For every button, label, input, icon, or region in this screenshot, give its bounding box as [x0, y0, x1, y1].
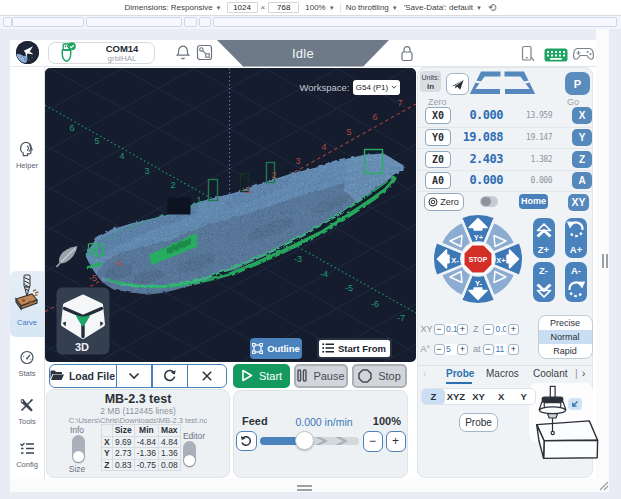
jog-a-minus-button[interactable]: A-: [565, 262, 587, 302]
a-speed-increase[interactable]: +: [508, 344, 519, 356]
feed-slider-thumb[interactable]: [295, 431, 314, 450]
tab-probe[interactable]: Probe: [446, 368, 474, 379]
a-step-increase[interactable]: +: [457, 344, 468, 356]
z-step-decrease[interactable]: −: [483, 324, 494, 336]
devtools-throttling-select[interactable]: No throttling ▼: [346, 3, 398, 12]
viewport-resize-handle-corner[interactable]: [598, 481, 610, 491]
zero-x-button[interactable]: X0: [425, 107, 451, 124]
devtools-zoom-value: 100%: [305, 3, 325, 12]
keyboard-shortcuts-icon[interactable]: [544, 48, 568, 62]
home-button[interactable]: Home: [519, 194, 548, 210]
outline-button[interactable]: Outline: [250, 338, 302, 359]
workspace-select[interactable]: G54 (P1): [353, 80, 400, 95]
go-a-button[interactable]: A: [572, 172, 592, 189]
viewport-resize-handle-bottom[interactable]: [297, 485, 312, 491]
reload-file-button[interactable]: [153, 365, 187, 388]
zero-a-button[interactable]: A0: [425, 172, 451, 189]
goto-button[interactable]: [446, 73, 469, 95]
jog-z-minus-button[interactable]: Z-: [533, 262, 555, 302]
remote-mode-phone-icon[interactable]: [520, 45, 535, 62]
jog-speed-normal[interactable]: Normal: [539, 330, 592, 345]
sidebar-item-config[interactable]: Config: [10, 441, 44, 469]
xy-step-increase[interactable]: +: [457, 324, 468, 336]
screen: Dimensions: Responsive ▼ 1024 × 768 100%…: [0, 0, 621, 499]
editor-toggle[interactable]: [183, 441, 196, 467]
jog-stop-button[interactable]: STOP: [463, 244, 492, 273]
notifications-bell-icon[interactable]: [176, 44, 190, 62]
jog-speed-rapid[interactable]: Rapid: [539, 344, 592, 358]
probe-axis-xyz[interactable]: XYZ: [445, 389, 468, 404]
start-from-button[interactable]: Start From: [317, 338, 392, 359]
jog-wheel[interactable]: Y+ Y- X- X+ STOP: [432, 213, 524, 305]
probe-axis-x[interactable]: X: [490, 389, 513, 404]
divider: [418, 191, 592, 192]
probe-axis-z[interactable]: Z: [422, 389, 445, 404]
app-logo[interactable]: [16, 41, 39, 64]
tab-macros[interactable]: Macros: [486, 368, 519, 379]
gamepad-icon[interactable]: [571, 46, 596, 62]
a-speed-decrease[interactable]: −: [483, 344, 494, 356]
sidebar-item-tools[interactable]: Tools: [10, 397, 44, 426]
go-z-button[interactable]: Z: [572, 151, 592, 168]
probe-axis-y[interactable]: Y: [512, 389, 535, 404]
feed-increase-button[interactable]: +: [386, 431, 406, 452]
feed-decrease-button[interactable]: −: [363, 431, 383, 452]
go-x-button[interactable]: X: [572, 107, 592, 124]
media-query-segment[interactable]: [3, 17, 12, 27]
workspace-bounds-icon[interactable]: [469, 71, 536, 95]
tabs-scroll-left[interactable]: ‹: [423, 368, 426, 379]
media-query-segment[interactable]: [12, 17, 84, 27]
media-query-segment[interactable]: [199, 17, 211, 27]
z-step-increase[interactable]: +: [508, 324, 519, 336]
tab-coolant[interactable]: Coolant: [533, 368, 567, 379]
start-button[interactable]: Start: [233, 364, 290, 388]
lightweight-mode-feather-icon[interactable]: [56, 246, 77, 267]
dro-toggle[interactable]: [480, 196, 498, 208]
lock-icon[interactable]: [399, 44, 415, 63]
svg-text:1: 1: [245, 185, 250, 195]
media-query-segment[interactable]: [86, 17, 182, 27]
devtools-savedata-select[interactable]: 'Save-Data': default ▼: [404, 3, 482, 12]
zero-y-button[interactable]: Y0: [425, 129, 451, 146]
workflow-icon[interactable]: [196, 44, 213, 62]
feed-reset-button[interactable]: [236, 431, 258, 452]
sidebar-item-carve[interactable]: Carve: [10, 271, 44, 337]
sidebar-item-helper[interactable]: Helper: [10, 141, 44, 170]
devtools-height-input[interactable]: 768: [268, 2, 299, 13]
go-y-button[interactable]: Y: [572, 129, 592, 146]
probe-location-button[interactable]: [568, 398, 582, 410]
devtools-zoom-select[interactable]: 100% ▼: [305, 3, 334, 12]
devtools-dimensions-select[interactable]: Dimensions: Responsive ▼: [125, 3, 222, 12]
goto-xy-button[interactable]: XY: [568, 194, 589, 211]
probe-button[interactable]: Probe: [459, 413, 498, 432]
tabs-scroll-right[interactable]: ›: [582, 368, 585, 379]
xy-step-decrease[interactable]: −: [434, 324, 445, 336]
svg-text:3: 3: [295, 156, 300, 166]
visualizer-3d-viewport[interactable]: 1234567-4-5-6 654321-3-4-5-6-7: [45, 68, 416, 362]
devtools-width-input[interactable]: 1024: [227, 2, 258, 13]
media-query-segment[interactable]: [213, 17, 617, 27]
jog-speed-precise[interactable]: Precise: [539, 316, 592, 330]
stop-button[interactable]: Stop: [352, 364, 407, 388]
connection-widget[interactable]: COM14 grblHAL: [48, 42, 155, 64]
sidebar-item-stats[interactable]: Stats: [10, 350, 44, 378]
zero-z-button[interactable]: Z0: [425, 151, 451, 168]
jog-z-plus-button[interactable]: Z+: [533, 218, 555, 258]
a-step-decrease[interactable]: −: [434, 344, 445, 356]
pause-button[interactable]: Pause: [294, 364, 348, 388]
zero-all-button[interactable]: Zero: [424, 193, 464, 211]
recent-files-button[interactable]: [117, 365, 151, 388]
park-button[interactable]: P: [565, 72, 590, 95]
viewport-resize-handle-right[interactable]: [602, 254, 608, 268]
info-size-toggle[interactable]: [72, 435, 85, 463]
jog-a-plus-button[interactable]: A+: [565, 218, 587, 258]
probe-axis-xy[interactable]: XY: [467, 389, 490, 404]
close-file-button[interactable]: [188, 365, 226, 388]
a-speed-value: 11: [495, 344, 507, 356]
load-file-button[interactable]: Load File: [50, 365, 116, 388]
divider: [418, 365, 592, 366]
media-query-segment[interactable]: [184, 17, 197, 27]
helper-icon: [19, 141, 36, 157]
rotate-device-icon[interactable]: ⟲: [488, 2, 496, 13]
a-step-label: A°: [421, 344, 431, 354]
